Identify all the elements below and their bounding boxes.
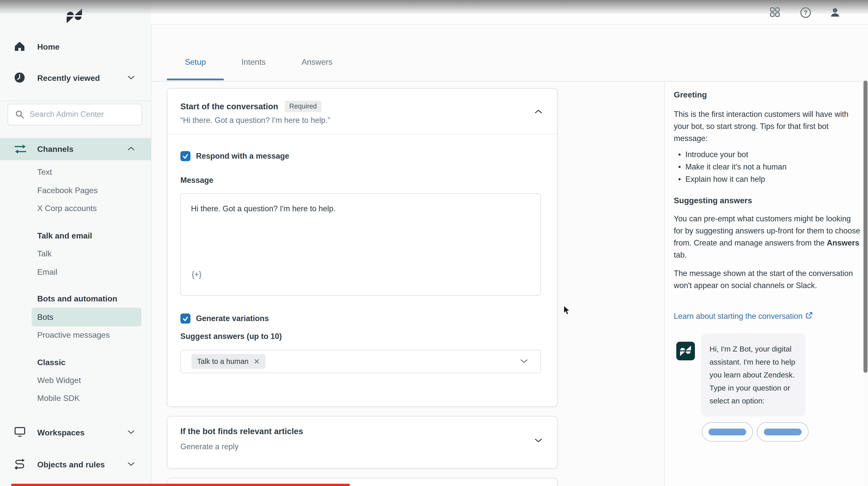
suggesting-answers-body: You can pre-empt what customers might be… — [674, 213, 861, 261]
relevant-articles-card: If the bot finds relevant articles Gener… — [167, 416, 558, 469]
chevron-down-icon — [127, 430, 135, 436]
apps-grid-icon[interactable] — [770, 7, 780, 18]
sidebar-item-email[interactable]: Email — [0, 263, 151, 281]
external-link-icon — [806, 310, 813, 322]
sidebar-item-talk[interactable]: Talk — [0, 245, 151, 263]
sidebar-group-classic: Classic — [0, 353, 151, 371]
search-icon — [15, 110, 25, 120]
learn-link[interactable]: Learn about starting the conversation — [674, 310, 861, 322]
pill-placeholder-bar — [764, 429, 802, 435]
message-label: Message — [180, 176, 213, 185]
suggest-answer-tag: Talk to a human ✕ — [191, 354, 266, 369]
chevron-down-icon — [127, 75, 135, 81]
admin-center-app: Home Recently viewed — [0, 0, 868, 486]
collapse-chevron-up-icon[interactable] — [534, 109, 543, 115]
clock-icon — [14, 72, 25, 84]
sidebar-item-workspaces[interactable]: Workspaces — [0, 424, 151, 442]
svg-text:?: ? — [804, 9, 808, 16]
suggest-answers-label: Suggest answers (up to 10) — [180, 332, 282, 341]
respond-checkbox[interactable] — [180, 151, 190, 161]
sidebar-item-recently-viewed[interactable]: Recently viewed — [0, 69, 151, 87]
mouse-cursor — [563, 305, 573, 317]
suggest-answers-select[interactable]: Talk to a human ✕ — [180, 350, 541, 373]
sidebar-item-label: Home — [37, 42, 60, 52]
tab-answers[interactable]: Answers — [283, 57, 351, 67]
greeting-heading: Greeting — [674, 89, 861, 101]
chevron-down-icon — [520, 358, 528, 365]
bullet-dot: • — [674, 149, 685, 161]
sidebar-item-objects-and-rules[interactable]: Objects and rules — [0, 456, 151, 474]
bullet-dot: • — [674, 161, 685, 173]
quick-reply-pill[interactable] — [757, 422, 809, 442]
monitor-icon — [14, 427, 26, 439]
bullet-text: Introduce your bot — [685, 149, 748, 161]
zendesk-logo-small — [680, 345, 691, 356]
tab-intents[interactable]: Intents — [224, 57, 283, 67]
sidebar-divider — [0, 101, 151, 101]
sidebar-item-mobile-sdk[interactable]: Mobile SDK — [0, 389, 151, 407]
bot-message-bubble: Hi, I'm Z Bot, your digital assistant. I… — [701, 334, 806, 417]
card-title: Start of the conversation — [180, 102, 278, 111]
bullet-item: • Explain how it can help — [674, 173, 861, 185]
chevron-up-icon — [127, 146, 135, 152]
start-of-conversation-card: Start of the conversation Required “Hi t… — [167, 88, 558, 407]
sidebar: Home Recently viewed — [0, 0, 151, 486]
tab-setup[interactable]: Setup — [167, 57, 224, 67]
active-tab-underline — [167, 79, 224, 80]
sidebar-item-text[interactable]: Text — [0, 163, 151, 181]
card-subtitle: Generate a reply — [180, 442, 239, 451]
sidebar-item-bots[interactable]: Bots — [0, 308, 151, 326]
zendesk-logo — [66, 8, 83, 25]
learn-link-label: Learn about starting the conversation — [674, 310, 803, 322]
greeting-body: This is the first interaction customers … — [674, 108, 861, 145]
home-icon — [14, 41, 25, 53]
respond-with-message-row: Respond with a message — [180, 151, 289, 161]
sidebar-item-home[interactable]: Home — [0, 38, 151, 56]
message-textarea[interactable]: Hi there. Got a question? I'm here to he… — [180, 193, 541, 296]
answers-tab-bold: Answers — [827, 238, 859, 247]
sidebar-item-facebook-pages[interactable]: Facebook Pages — [0, 181, 151, 199]
card-subtitle: “Hi there. Got a question? I'm here to h… — [180, 116, 330, 125]
sidebar-item-label: Channels — [37, 145, 73, 154]
remove-tag-icon[interactable]: ✕ — [254, 357, 260, 366]
bullet-dot: • — [674, 173, 685, 185]
card-header: Start of the conversation Required — [180, 101, 321, 112]
chevron-down-icon — [127, 462, 135, 467]
greeting-bullets: • Introduce your bot • Make it clear it'… — [674, 149, 861, 185]
sidebar-group-bots-and-automation: Bots and automation — [0, 290, 151, 308]
expand-chevron-down-icon[interactable] — [534, 438, 543, 444]
sidebar-item-x-corp-accounts[interactable]: X Corp accounts — [0, 199, 151, 217]
card-title: If the bot finds relevant articles — [180, 427, 303, 436]
insert-variable-button[interactable]: {+} — [192, 270, 202, 279]
user-icon[interactable] — [830, 7, 840, 19]
tag-label: Talk to a human — [197, 357, 249, 366]
body-text: tab. — [674, 251, 687, 259]
video-progress-bar — [11, 484, 350, 486]
generate-variations-row: Generate variations — [180, 314, 269, 323]
variations-checkbox-label: Generate variations — [196, 314, 269, 323]
suggesting-answers-heading: Suggesting answers — [674, 194, 861, 207]
top-bar: ? — [151, 0, 868, 25]
channels-arrows-icon — [14, 144, 27, 155]
bot-avatar — [676, 342, 695, 360]
variations-checkbox[interactable] — [180, 314, 190, 323]
bullet-item: • Introduce your bot — [674, 149, 861, 161]
search-input[interactable] — [29, 104, 138, 124]
sidebar-item-channels[interactable]: Channels — [0, 140, 151, 158]
sidebar-item-web-widget[interactable]: Web Widget — [0, 371, 151, 389]
sidebar-group-talk-and-email: Talk and email — [0, 227, 151, 245]
sidebar-item-label: Recently viewed — [37, 74, 100, 83]
sidebar-item-proactive-messages[interactable]: Proactive messages — [0, 326, 151, 344]
search-box — [7, 104, 142, 125]
card-divider — [167, 134, 557, 135]
respond-checkbox-label: Respond with a message — [196, 151, 289, 161]
bullet-text: Explain how it can help — [685, 173, 765, 185]
help-icon[interactable]: ? — [800, 7, 811, 19]
pill-placeholder-bar — [709, 429, 746, 435]
scrollbar-thumb[interactable] — [864, 81, 868, 373]
bullet-text: Make it clear it's not a human — [685, 161, 786, 173]
quick-reply-pill[interactable] — [702, 422, 753, 442]
social-channels-note: The message shown at the start of the co… — [674, 267, 861, 292]
required-badge: Required — [285, 101, 321, 112]
objects-rules-icon — [14, 458, 26, 471]
